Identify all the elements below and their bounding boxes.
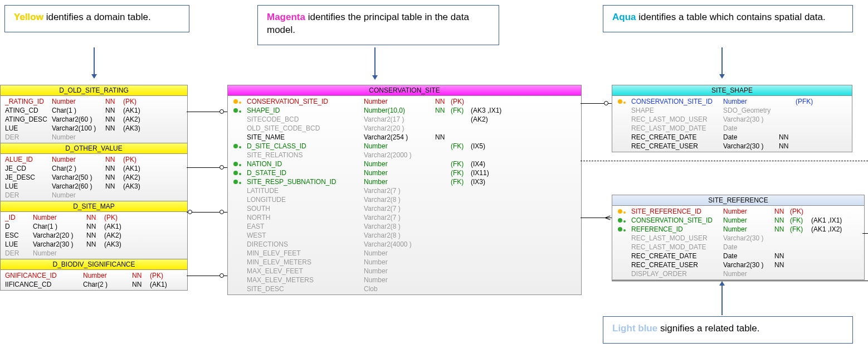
col-name: JE_CD [5, 164, 52, 173]
table-row: DChar(1 )NN(AK1) [1, 222, 187, 231]
col-nullable [435, 267, 451, 276]
col-key: (AK1) [123, 106, 150, 115]
col-nullable [774, 269, 790, 278]
col-type: Date [723, 124, 779, 133]
col-type: Varchar2(50 ) [52, 173, 105, 182]
table-row: NORTHVarchar2(7 ) [228, 213, 581, 222]
col-type: Varchar2(30 ) [33, 240, 86, 249]
crows-foot-icon [605, 215, 611, 220]
col-nullable [435, 249, 451, 258]
col-index [471, 267, 510, 276]
col-type: Number [723, 225, 774, 234]
col-name: WEST [247, 231, 364, 240]
col-nullable: NN [105, 106, 123, 115]
table-body: SITE_REFERENCE_IDNumberNN(PK)CONSERVATIO… [612, 206, 864, 279]
callout-aqua-text: identifies a table which contains spatia… [636, 12, 826, 22]
col-index [471, 186, 510, 195]
col-type: Varchar2(8 ) [364, 195, 435, 204]
col-nullable [435, 258, 451, 267]
col-name: SITE_RESP_SUBNATION_ID [247, 177, 364, 186]
col-nullable [435, 124, 451, 133]
table-row: ALUE_IDNumberNN(PK) [1, 155, 187, 164]
callout-aqua-word: Aqua [612, 12, 636, 22]
col-type: Number [723, 269, 774, 278]
col-index [811, 243, 850, 252]
col-nullable [86, 249, 104, 258]
col-index [471, 222, 510, 231]
col-index: (IX4) [471, 160, 510, 168]
col-name: REC_CREATE_DATE [631, 133, 723, 142]
col-type: Number [52, 133, 105, 142]
table-row: LUEVarchar2(30 )NN(AK3) [1, 240, 187, 249]
col-name: CONSERVATION_SITE_ID [631, 216, 723, 225]
col-nullable: NN [774, 207, 790, 216]
col-type: Number [364, 142, 435, 151]
col-index: (IX5) [471, 142, 510, 151]
col-type: Number [364, 177, 435, 186]
col-name: REC_LAST_MOD_USER [631, 115, 723, 124]
col-nullable: NN [105, 173, 123, 182]
callout-magenta: Magenta identifies the principal table i… [257, 5, 499, 45]
col-type: Varchar2(7 ) [364, 186, 435, 195]
table-d-site-map: D_SITE_MAP _IDNumberNN(PK)DChar(1 )NN(AK… [0, 201, 188, 259]
col-name: SITE_REFERENCE_ID [631, 207, 723, 216]
col-index [471, 240, 510, 249]
col-type: Number [364, 249, 435, 258]
col-name: DER [5, 249, 33, 258]
col-index [811, 234, 850, 243]
table-row: NATION_IDNumber(FK)(IX4) [228, 160, 581, 168]
table-row: DERNumber [1, 249, 187, 258]
col-key: (AK3) [104, 240, 131, 249]
callout-yellow: Yellow identifies a domain table. [4, 5, 189, 32]
col-key [451, 124, 471, 133]
col-nullable: NN [779, 142, 796, 151]
col-name: REC_LAST_MOD_DATE [631, 124, 723, 133]
col-name: MAX_ELEV_FEET [247, 267, 364, 276]
col-name: _ID [5, 213, 33, 222]
table-row: JE_CDChar(2 )NN(AK1) [1, 164, 187, 173]
col-nullable [779, 106, 796, 115]
callout-aqua: Aqua identifies a table which contains s… [603, 5, 853, 32]
col-nullable: NN [105, 182, 123, 191]
col-index [471, 133, 510, 142]
table-row: REC_CREATE_USERVarchar2(30 )NN [612, 260, 864, 269]
table-header: D_OTHER_VALUE [1, 143, 187, 154]
rel-line-bottom [612, 281, 868, 281]
col-key: (AK1) [104, 222, 131, 231]
table-row: CONSERVATION_SITE_IDNumber(PFK) [612, 97, 852, 106]
col-key [796, 106, 823, 115]
table-row: DERNumber [1, 191, 187, 200]
col-type: Number(10,0) [364, 106, 435, 115]
col-index [471, 231, 510, 240]
col-type: Varchar2(30 ) [723, 115, 779, 124]
col-name: SHAPE [631, 106, 723, 115]
rel-end-icon [188, 210, 192, 214]
col-type: Varchar2(7 ) [364, 213, 435, 222]
col-name: CONSERVATION_SITE_ID [631, 97, 723, 106]
col-name: D_SITE_CLASS_ID [247, 142, 364, 151]
col-type: Varchar2(17 ) [364, 115, 435, 124]
col-type: Char(1 ) [52, 106, 105, 115]
col-name: NORTH [247, 213, 364, 222]
rel-end-icon [220, 165, 224, 170]
col-nullable [435, 276, 451, 284]
table-row: _IDNumberNN(PK) [1, 213, 187, 222]
col-type: Number [364, 276, 435, 284]
col-nullable [435, 240, 451, 249]
col-name: DIRECTIONS [247, 240, 364, 249]
col-nullable: NN [774, 252, 790, 260]
col-type: Date [723, 133, 779, 142]
col-name: IIFICANCE_CD [5, 280, 83, 289]
col-type: Number [364, 267, 435, 276]
col-nullable [435, 213, 451, 222]
col-type: Varchar2(30 ) [723, 142, 779, 151]
table-row: SITE_NAMEVarchar2(254 )NN [228, 133, 581, 142]
col-index [471, 195, 510, 204]
col-name: SHAPE_ID [247, 106, 364, 115]
arrow-yellow [94, 47, 95, 78]
col-key: (PK) [451, 97, 471, 106]
table-row: ATING_CDChar(1 )NN(AK1) [1, 106, 187, 115]
table-row: REC_LAST_MOD_DATEDate [612, 243, 864, 252]
fk-key-icon [232, 142, 247, 151]
table-row: SITE_RELATIONSVarchar2(2000 ) [228, 151, 581, 160]
